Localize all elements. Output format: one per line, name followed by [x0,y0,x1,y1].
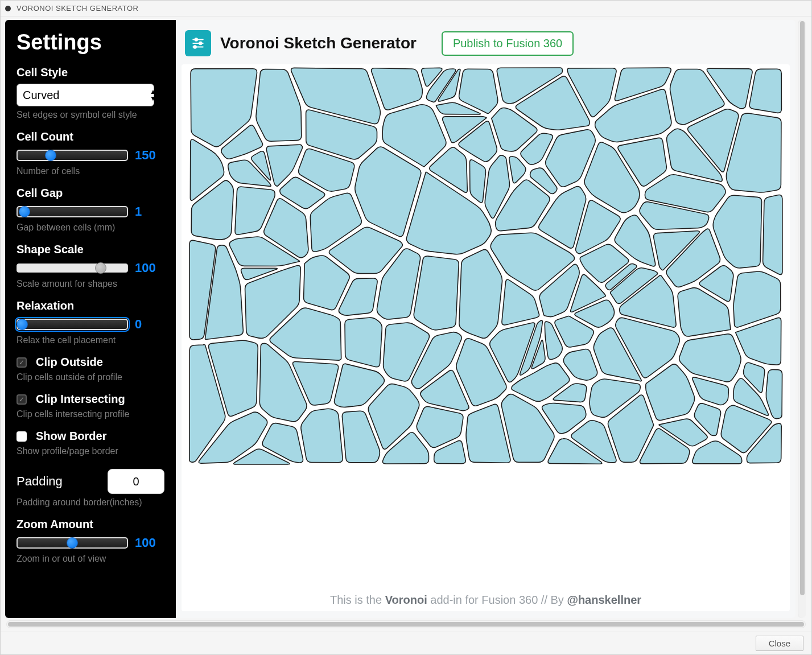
settings-sidebar: Settings Cell Style Curved ▲▼ Set edges … [5,20,176,618]
zoom-value: 100 [135,535,156,550]
show-border-checkbox[interactable] [17,431,27,442]
padding-input[interactable] [108,469,164,494]
publish-button[interactable]: Publish to Fusion 360 [442,31,574,56]
cell-count-slider[interactable] [17,150,128,161]
voronoi-preview [189,67,783,465]
clip-intersecting-label: Clip Intersecting [36,393,125,406]
shape-scale-help: Scale amount for shapes [17,279,164,289]
clip-outside-checkbox[interactable]: ✓ [17,357,27,368]
settings-heading: Settings [17,30,164,55]
main-panel: Voronoi Sketch Generator Publish to Fusi… [176,20,795,618]
preview-canvas: This is the Voronoi add-in for Fusion 36… [182,64,790,611]
show-border-help: Show profile/page border [17,446,164,456]
cell-gap-slider[interactable] [17,206,128,217]
cell-count-help: Number of cells [17,166,164,176]
window-title: VORONOI SKETCH GENERATOR [17,4,139,13]
svg-point-3 [199,42,201,44]
shape-scale-value: 100 [135,261,156,275]
body: Settings Cell Style Curved ▲▼ Set edges … [1,17,811,654]
cell-count-label: Cell Count [17,130,164,143]
horizontal-scrollbar[interactable] [6,620,806,628]
relaxation-value: 0 [135,317,142,332]
svg-point-5 [193,46,196,48]
padding-label: Padding [17,474,63,489]
cell-style-help: Set edges or symbol cell style [17,110,164,120]
cell-style-label: Cell Style [17,66,164,79]
footer-credit: This is the Voronoi add-in for Fusion 36… [330,586,641,611]
cell-gap-help: Gap between cells (mm) [17,223,164,233]
clip-outside-help: Clip cells outside of profile [17,372,164,382]
relaxation-help: Relax the cell placement [17,335,164,345]
close-button[interactable]: Close [756,636,803,651]
page-title: Voronoi Sketch Generator [220,34,417,52]
settings-sliders-icon [185,30,211,56]
main-header: Voronoi Sketch Generator Publish to Fusi… [182,27,790,64]
vertical-scrollbar[interactable] [798,20,806,618]
clip-outside-label: Clip Outside [36,356,103,369]
relaxation-slider[interactable] [17,319,128,330]
show-border-label: Show Border [36,430,106,443]
cell-gap-value: 1 [135,204,142,219]
window-menu-icon[interactable] [5,6,11,11]
padding-help: Padding around border(inches) [17,497,164,508]
svg-point-1 [195,38,197,40]
window: VORONOI SKETCH GENERATOR Settings Cell S… [0,0,812,655]
zoom-slider[interactable] [17,537,128,549]
clip-intersecting-checkbox[interactable]: ✓ [17,394,27,405]
zoom-label: Zoom Amount [17,518,164,531]
shape-scale-slider[interactable] [17,263,128,273]
shape-scale-label: Shape Scale [17,243,164,256]
dialog-button-bar: Close [1,632,811,654]
cell-style-select[interactable]: Curved [17,84,154,106]
clip-intersecting-help: Clip cells intersecting profile [17,409,164,419]
cell-gap-label: Cell Gap [17,187,164,200]
zoom-help: Zoom in or out of view [17,554,164,564]
relaxation-label: Relaxation [17,299,164,312]
cell-count-value: 150 [135,148,156,163]
title-bar: VORONOI SKETCH GENERATOR [1,1,811,17]
